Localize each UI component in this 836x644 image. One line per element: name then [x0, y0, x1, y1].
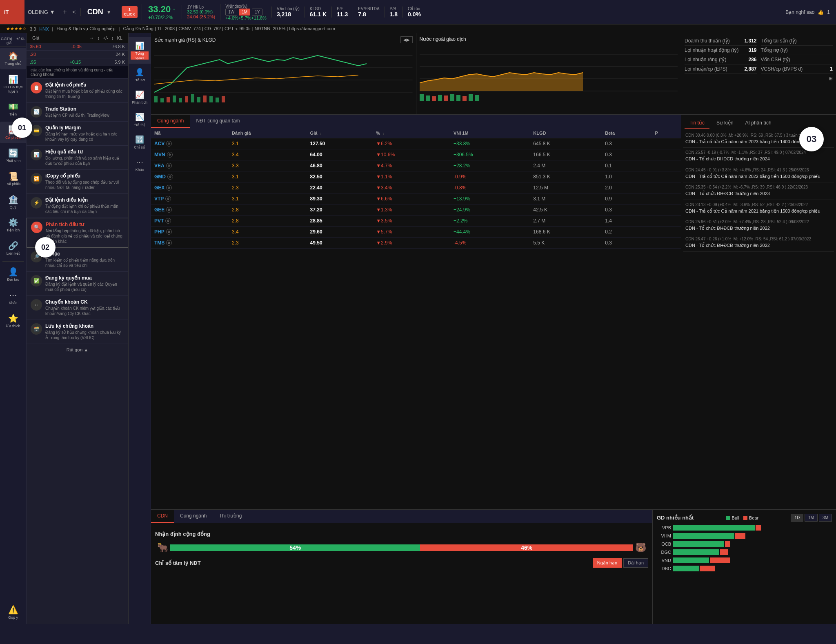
nav-item-gdck[interactable]: 📊 GD CK trực tuyến — [0, 71, 26, 97]
menu-item-luuky[interactable]: 🗃️ Lưu ký chứng khoán Đăng ký sở hữu chứ… — [27, 320, 128, 344]
nav-item-trangchu[interactable]: 🏠 Trang chủ — [0, 48, 26, 69]
menu-item-hieuqua[interactable]: 📊 Hiệu quả đầu tư Đo lường, phân tích và… — [27, 146, 128, 170]
menu-item-icopy[interactable]: 🔁 iCopy cổ phiếu Theo dõi và tự động sao… — [27, 170, 128, 194]
bar-container — [673, 525, 832, 531]
side-nav-chiso[interactable]: 🔢 Chỉ số — [129, 131, 151, 153]
analysis-icon: 📈 — [135, 90, 144, 99]
side-nav-hoso[interactable]: 👤 Hồ sơ — [129, 64, 151, 86]
stock-row-2[interactable]: .2024 K — [27, 51, 128, 58]
stock-bar-row: OCB — [657, 541, 832, 547]
menu-item-phantich[interactable]: 🔍 Phân tích đầu tư Nơi tổng hợp thông ti… — [27, 218, 128, 248]
bond-icon: 📜 — [8, 171, 18, 181]
chart-expand-button[interactable]: ◀▶ — [400, 36, 413, 43]
table-row[interactable]: GEX ⊙ 2.3 22.40 ▼3.4% -0.8% 12.5 M 2.0 — [151, 182, 681, 193]
table-row[interactable]: VEA ⊙ 3.3 46.80 ▼4.7% +28.2% 2.4 M 0.1 — [151, 160, 681, 171]
menu-panel: Giá ↔ ↕ +/- ↕ KL 35.60-0.0576.8 K .2024 … — [27, 33, 129, 624]
menu-item-quyenmua[interactable]: ✅ Đăng ký quyền mua Đăng ký đặt lệnh và … — [27, 272, 128, 296]
table-row[interactable]: VTP ⊙ 3.1 89.30 ▼6.6% +13.9% 3.1 M 0.9 — [151, 193, 681, 204]
nav-item-quy[interactable]: 🏦 Quỹ — [0, 191, 26, 213]
stock-row-3[interactable]: .95+0.155.9 K — [27, 58, 128, 66]
tab-cung-nganh[interactable]: Cùng ngành — [151, 115, 190, 128]
news-item[interactable]: CDN 25.35 +0.54 (+2.2% ,M: -6.7% ,RS: 39… — [683, 182, 834, 200]
period-btn-short[interactable]: Ngắn hạn — [593, 558, 622, 568]
add-button[interactable]: ＋ — [62, 8, 68, 16]
nav-item-doitac[interactable]: 👤 Đối tác — [0, 264, 26, 285]
period-tab-1d[interactable]: 1D — [791, 514, 803, 522]
tab-1y[interactable]: 1Y — [252, 9, 262, 16]
nav-item-tienich[interactable]: ⚙️ Tiện ích — [0, 214, 26, 236]
menu-icon-dieuKien: ⚡ — [31, 197, 42, 209]
news-title: CDN - Tổ chức ĐHĐCĐ thường niên 2022 — [685, 242, 832, 249]
nav-item-traiphieu[interactable]: 📜 Trái phiếu — [0, 168, 26, 190]
pe-block: P/E 11.3 — [331, 7, 353, 18]
tab-ndt[interactable]: NĐT cùng quan tâm — [190, 115, 246, 128]
bubble-02: 02 — [35, 237, 56, 258]
stock-bar-label: VPB — [657, 525, 671, 530]
table-row[interactable]: GMD ⊙ 3.1 82.50 ▼1.1% -0.9% 851.3 K 1.0 — [151, 171, 681, 182]
thumb-up-icon[interactable]: 👍 — [818, 9, 824, 15]
nav-item-uathich[interactable]: ⭐ Ưa thích — [0, 310, 26, 332]
menu-item-chuyenkhoan[interactable]: ↔️ Chuyển khoán CK Chuyển khoán CK niêm … — [27, 296, 128, 320]
menu-icon-icopy: 🔁 — [31, 173, 42, 184]
side-nav-tonggquan[interactable]: 📊 Tổng quan — [129, 37, 151, 64]
holding-dropdown-icon[interactable]: ▼ — [50, 9, 55, 15]
nav-divider — [2, 261, 23, 262]
bottom-tab-thitruong[interactable]: Thị trường — [213, 510, 248, 523]
table-row[interactable]: MVN ⊙ 3.4 64.00 ▼10.6% +306.5% 166.5 K 0… — [151, 149, 681, 160]
period-tab-3m[interactable]: 3M — [819, 514, 832, 522]
tab-1w[interactable]: 1W — [225, 9, 237, 16]
news-tab-ai[interactable]: AI phân tích — [740, 118, 776, 129]
svg-rect-5 — [160, 98, 164, 102]
nav-item-lienket[interactable]: 🔗 Liên kết — [0, 238, 26, 259]
bottom-tab-cungnganh[interactable]: Cùng ngành — [174, 510, 213, 523]
period-tab-1m[interactable]: 1M — [805, 514, 818, 522]
table-head: Mã Đánh giá Giá ↕ % ↕ — [151, 128, 681, 138]
derivative-icon: 🔄 — [8, 148, 18, 158]
menu-item-tradestation[interactable]: 📉 Trade Station Đặt lệnh CP với đồ thị T… — [27, 103, 128, 122]
table-row[interactable]: ACV ⊙ 3.1 127.50 ▼6.2% +33.8% 645.8 K 0.… — [151, 138, 681, 149]
table-row[interactable]: PVT ⊙ 2.8 28.85 ▼3.5% +2.2% 2.7 M 1.4 — [151, 215, 681, 227]
side-nav-dothi[interactable]: 📉 Đồ thị — [129, 109, 151, 131]
nav-item-gopy[interactable]: ⚠️ Góp ý — [6, 602, 20, 623]
link-icon: 🔗 — [8, 241, 18, 251]
nav-item-tien[interactable]: 💵 Tiền — [0, 98, 26, 120]
bottom-tab-cdn[interactable]: CDN — [151, 510, 174, 523]
side-nav-khac[interactable]: ⋯ Khác — [129, 153, 151, 176]
table-row[interactable]: GEE ⊙ 2.8 37.20 ▼1.3% +24.9% 42.5 K 0.3 — [151, 204, 681, 215]
tab-1m[interactable]: 1M — [239, 9, 250, 16]
svg-rect-7 — [173, 95, 176, 102]
stock-dropdown[interactable]: ▼ — [107, 9, 111, 15]
news-item[interactable]: CDN 25.96 +0.51 (+2.0% ,M: +7.4% ,RS: 28… — [683, 217, 834, 234]
gdck-icon: 📊 — [8, 74, 18, 84]
news-tab-tintuc[interactable]: Tin tức — [685, 118, 709, 129]
news-tab-sukien[interactable]: Sự kiện — [711, 118, 738, 129]
side-nav-phantich[interactable]: 📈 Phân tích — [129, 86, 151, 109]
nav-item-phaiSinh[interactable]: 🔄 Phái sinh — [0, 145, 26, 167]
nav-item-khac[interactable]: ⋯ Khác — [0, 287, 26, 309]
table-row[interactable]: PHP ⊙ 3.4 29.60 ▼5.7% +44.4% 168.6 K 0.2 — [151, 227, 681, 238]
menu-item-datlenhdieuKien[interactable]: ⚡ Đặt lệnh điều kiện Tự động đặt lệnh kh… — [27, 194, 128, 218]
bear-bar: 46% — [420, 544, 633, 551]
table-row[interactable]: TMS ⊙ 2.3 49.50 ▼2.9% -4.5% 5.5 K 0.3 — [151, 238, 681, 249]
menu-header: Giá ↔ ↕ +/- ↕ KL — [27, 33, 128, 43]
news-item[interactable]: CDN 26.47 +0.26 (+1.0% ,M: +12.0% ,RS: 5… — [683, 234, 834, 251]
menu-item-quanlymargin[interactable]: 💳 Quản lý Margin Đăng ký hạn mức vay hoặ… — [27, 122, 128, 146]
collapse-button[interactable]: ＜ — [71, 8, 77, 16]
nav-item-cophieu[interactable]: 📈 Cổ phiếu 01 — [0, 122, 26, 143]
period-btn-long[interactable]: Dài hạn — [623, 558, 648, 568]
gd-header: GD nhiều nhất Bull Bear 1D 1M — [657, 514, 832, 522]
pct-sort-icon[interactable]: ↕ — [382, 132, 384, 135]
collapse-menu-button[interactable]: Rút gọn ▲ — [27, 344, 128, 356]
rs-chart-svg — [154, 43, 413, 107]
gia-sort-icon[interactable]: ↕ — [320, 132, 321, 135]
svg-rect-29 — [469, 94, 473, 101]
investor-idx-row: Chỉ số tâm lý NĐT Ngắn hạn Dài hạn — [155, 558, 648, 568]
menu-item-datlenhcophieu[interactable]: 📋 Đặt lệnh cổ phiếu Đặt lệnh mua hoặc bá… — [27, 79, 128, 103]
klgd-value: 61.1 K — [310, 11, 327, 18]
stock-row-1[interactable]: 35.60-0.0576.8 K — [27, 43, 128, 51]
news-meta: CDN 23.13 +0.09 (+0.4% ,M: -3.6% ,RS: 52… — [685, 202, 832, 207]
expand-fund-button[interactable]: ⊞ — [685, 76, 833, 81]
news-item[interactable]: CDN 24.45 +0.91 (+3.8% ,M: +4.6% ,RS: 24… — [683, 165, 834, 182]
menu-icon-hieuqua: 📊 — [31, 149, 42, 160]
news-item[interactable]: CDN 23.13 +0.09 (+0.4% ,M: -3.6% ,RS: 52… — [683, 200, 834, 217]
